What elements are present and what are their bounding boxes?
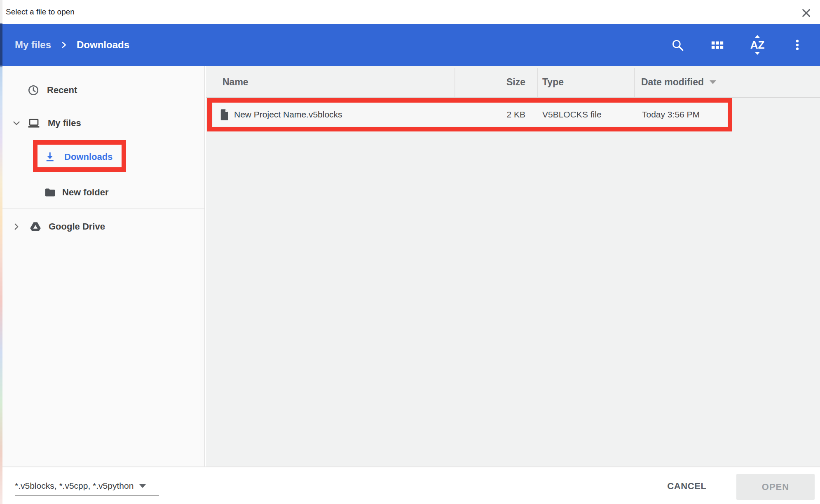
file-row[interactable]: New Project Name.v5blocks 2 KB V5BLOCKS … <box>213 103 729 127</box>
laptop-icon <box>27 117 40 130</box>
more-menu-button[interactable] <box>787 35 807 55</box>
column-divider <box>634 68 635 97</box>
search-icon <box>670 38 684 52</box>
file-list: Name Size Type Date modified New Project… <box>206 66 820 466</box>
grid-view-icon <box>710 38 724 52</box>
close-button[interactable] <box>797 4 815 22</box>
grid-view-button[interactable] <box>708 35 727 55</box>
column-header-date-modified[interactable]: Date modified <box>641 66 716 98</box>
dialog-content: Recent My files Downloads <box>2 66 820 466</box>
file-icon <box>219 103 230 127</box>
sort-button[interactable]: AZ <box>747 35 767 55</box>
sidebar-item-label: Google Drive <box>49 221 105 232</box>
sidebar-item-downloads[interactable]: Downloads <box>2 145 204 169</box>
title-bar: Select a file to open <box>2 0 820 24</box>
sidebar: Recent My files Downloads <box>2 66 205 466</box>
breadcrumb-downloads[interactable]: Downloads <box>77 39 129 51</box>
breadcrumb: My files Downloads <box>15 24 129 66</box>
file-date-modified: Today 3:56 PM <box>642 103 700 127</box>
search-button[interactable] <box>668 35 687 55</box>
column-header-name[interactable]: Name <box>223 66 248 98</box>
close-icon <box>801 7 812 19</box>
column-header-size[interactable]: Size <box>443 66 525 98</box>
google-drive-icon <box>30 221 41 232</box>
file-size: 2 KB <box>443 103 525 127</box>
sidebar-item-new-folder[interactable]: New folder <box>2 181 204 204</box>
appbar-actions: AZ <box>668 35 807 55</box>
sidebar-item-google-drive[interactable]: Google Drive <box>2 215 204 239</box>
sidebar-item-label: Recent <box>47 85 77 96</box>
kebab-menu-icon <box>791 39 804 51</box>
breadcrumb-chevron-icon <box>60 41 68 49</box>
sidebar-item-recent[interactable]: Recent <box>2 78 204 102</box>
download-icon <box>44 151 56 163</box>
folder-icon <box>44 186 56 199</box>
column-divider <box>537 68 538 97</box>
footer-bar: *.v5blocks, *.v5cpp, *.v5python CANCEL O… <box>2 466 820 504</box>
column-header-type[interactable]: Type <box>542 66 564 98</box>
table-header: Name Size Type Date modified <box>206 66 820 98</box>
sort-az-icon: AZ <box>750 40 765 50</box>
app-bar: My files Downloads <box>2 24 820 66</box>
cancel-button[interactable]: CANCEL <box>652 473 722 499</box>
file-type-filter-dropdown[interactable]: *.v5blocks, *.v5cpp, *.v5python <box>15 476 159 496</box>
chevron-down-icon[interactable] <box>12 119 21 128</box>
breadcrumb-my-files[interactable]: My files <box>15 39 51 51</box>
file-type-filter-value: *.v5blocks, *.v5cpp, *.v5python <box>15 481 134 491</box>
sidebar-item-label: New folder <box>62 187 108 198</box>
sort-desc-caret-icon <box>710 80 716 84</box>
file-picker-dialog: Select a file to open My files Downloads <box>2 0 820 504</box>
dialog-title: Select a file to open <box>6 0 75 24</box>
dropdown-caret-icon <box>139 484 146 488</box>
sidebar-item-label: My files <box>48 118 81 129</box>
open-button[interactable]: OPEN <box>736 474 815 500</box>
sidebar-divider <box>2 208 204 209</box>
clock-icon <box>27 84 40 96</box>
sidebar-item-my-files[interactable]: My files <box>2 111 204 135</box>
chevron-right-icon[interactable] <box>12 222 21 231</box>
file-type: V5BLOCKS file <box>542 103 602 127</box>
file-name: New Project Name.v5blocks <box>234 103 342 127</box>
sidebar-item-label: Downloads <box>64 152 112 162</box>
column-header-label: Date modified <box>641 77 704 88</box>
